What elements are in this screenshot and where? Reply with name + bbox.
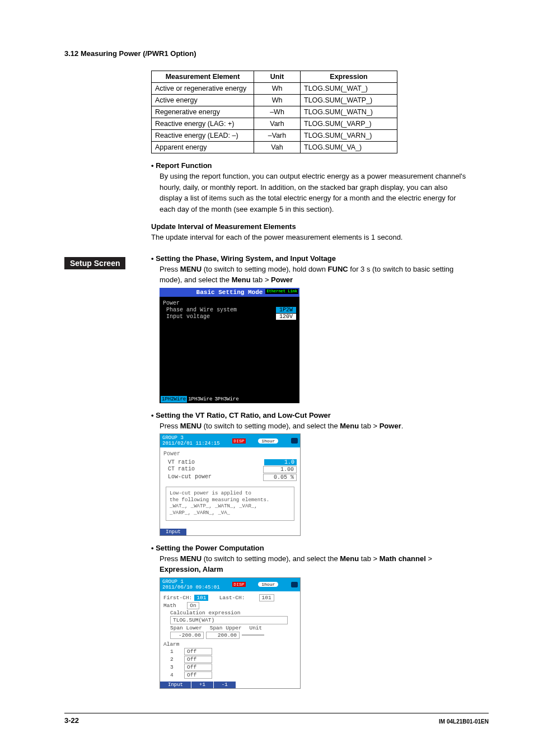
math-value[interactable]: On: [187, 602, 199, 609]
tab-1p3w[interactable]: 1PH3Wire: [187, 396, 213, 403]
txt: GROUP 3: [162, 435, 184, 441]
alarm2-value[interactable]: Off: [184, 656, 212, 663]
lastch-value[interactable]: 101: [259, 594, 274, 601]
txt: (to switch to setting mode), and select …: [202, 554, 340, 563]
cell-expr: TLOG.SUM(_WATN_): [301, 106, 397, 118]
txt: tab >: [359, 422, 380, 430]
txt: (to switch to setting mode), and select …: [202, 422, 340, 430]
spanupper-value[interactable]: 200.00: [206, 632, 240, 639]
spanlower-value[interactable]: -200.00: [170, 632, 204, 639]
table-row: Active or regenerative energyWhTLOG.SUM(…: [152, 83, 397, 95]
vt-label: VT ratio: [168, 459, 195, 465]
alarm3-value[interactable]: Off: [184, 664, 212, 671]
cell-unit: Wh: [254, 83, 301, 95]
ct-label: CT ratio: [168, 466, 195, 473]
spanlower-label: Span Lower: [170, 625, 202, 631]
cell-element: Reactive energy (LEAD: –): [152, 130, 254, 142]
alarm4-value[interactable]: Off: [184, 671, 212, 679]
txt: Power: [271, 276, 293, 284]
table-row: Regenerative energy–WhTLOG.SUM(_WATN_): [152, 106, 397, 118]
math-label: Math: [163, 603, 176, 609]
screenshot-basic-setting: Basic Setting ModeEthernet Link Power Ph…: [160, 288, 299, 403]
cell-element: Apparent energy: [152, 142, 254, 153]
txt: Menu: [232, 276, 251, 284]
txt: Expression, Alarm: [160, 565, 223, 573]
scr1-section: Power: [163, 300, 296, 306]
cell-element: Reactive energy (LAG: +): [152, 118, 254, 130]
measurement-table: Measurement Element Unit Expression Acti…: [151, 71, 397, 153]
disp-badge: DISP: [232, 438, 245, 444]
cell-expr: TLOG.SUM(_VARP_): [301, 118, 397, 130]
cell-expr: TLOG.SUM(_VA_): [301, 142, 397, 153]
scr1-phase-label: Phase and Wire system: [163, 307, 237, 313]
camera-icon[interactable]: [291, 438, 298, 444]
tab-minus1[interactable]: -1: [214, 682, 236, 688]
spanupper-label: Span Upper: [210, 625, 242, 631]
report-heading: Report Function: [151, 161, 470, 170]
tab-3p3w[interactable]: 3PH3Wire: [213, 396, 240, 403]
scr1-voltage-label: Input voltage: [163, 314, 210, 320]
txt: tab >: [359, 554, 380, 563]
tab-input[interactable]: Input: [160, 682, 191, 688]
sidebar-label: Setup Screen: [64, 257, 125, 269]
table-row: Apparent energyVahTLOG.SUM(_VA_): [152, 142, 397, 153]
cell-expr: TLOG.SUM(_WAT_): [301, 83, 397, 95]
txt: Math channel: [380, 554, 426, 563]
scr2-section: Power: [163, 451, 297, 457]
txt: Power: [380, 422, 401, 430]
unit-value[interactable]: [242, 634, 264, 636]
alarm4-num: 4: [170, 672, 174, 678]
tab-plus1[interactable]: +1: [191, 682, 214, 688]
alarm1-value[interactable]: Off: [184, 648, 212, 655]
txt: Basic Setting Mode: [196, 289, 263, 296]
scr1-title: Basic Setting ModeEthernet Link: [160, 288, 299, 297]
txt: tab >: [251, 276, 271, 284]
txt: MENU: [180, 422, 202, 430]
alarm1-num: 1: [170, 648, 174, 655]
txt: 2011/02/01 11:24:15: [162, 441, 220, 446]
cell-unit: –Wh: [254, 106, 301, 118]
cell-unit: Wh: [254, 95, 301, 106]
vt-value[interactable]: 1.0: [264, 459, 297, 465]
sect3-body: Press MENU (to switch to setting mode), …: [160, 553, 470, 575]
alarm2-num: 2: [170, 656, 174, 662]
txt: MENU: [180, 554, 202, 563]
scr1-voltage-value[interactable]: 120V: [276, 314, 296, 320]
tab-1p2w[interactable]: 1PH2Wire: [161, 396, 187, 403]
txt: .: [401, 422, 404, 430]
sect2-body: Press MENU (to switch to setting mode), …: [160, 421, 470, 432]
scr1-tabs[interactable]: 1PH2Wire1PH3Wire3PH3Wire: [160, 395, 299, 403]
table-row: Reactive energy (LEAD: –)–VarhTLOG.SUM(_…: [152, 130, 397, 142]
txt: MENU: [180, 265, 202, 273]
scr3-tabs[interactable]: Input+1-1: [160, 682, 300, 688]
doc-number: IM 04L21B01-01EN: [439, 718, 489, 725]
update-body: The update interval for each of the powe…: [151, 232, 470, 243]
table-row: Reactive energy (LAG: +)VarhTLOG.SUM(_VA…: [152, 118, 397, 130]
camera-icon[interactable]: [291, 582, 298, 587]
firstch-label: First-CH:: [163, 595, 192, 601]
cell-unit: Varh: [254, 118, 301, 130]
input-tab[interactable]: Input: [160, 529, 186, 535]
ct-value[interactable]: 1.00: [263, 466, 297, 473]
page-header: 3.12 Measuring Power (/PWR1 Option): [64, 49, 196, 58]
scr1-phase-value[interactable]: 1P2W: [276, 307, 296, 313]
footer-rule: [64, 713, 489, 713]
cell-unit: –Varh: [254, 130, 301, 142]
page-number: 3-22: [64, 716, 79, 725]
calc-value[interactable]: TLOG.SUM(WAT): [170, 616, 288, 624]
interval-pill: 1hour: [258, 582, 278, 587]
alarm-label: Alarm: [163, 641, 297, 647]
txt: >: [426, 554, 432, 563]
cell-expr: TLOG.SUM(_VARN_): [301, 130, 397, 142]
cell-expr: TLOG.SUM(_WATP_): [301, 95, 397, 106]
firstch-value[interactable]: 101: [194, 595, 208, 601]
th-expr: Expression: [301, 71, 397, 83]
ethernet-icon: Ethernet Link: [265, 289, 298, 294]
lowcut-value[interactable]: 0.05 %: [263, 474, 297, 481]
scr3-group: GROUP 12011/06/10 09:45:01: [162, 579, 220, 590]
txt: (to switch to setting mode), hold down: [202, 265, 327, 273]
sect2-heading: Setting the VT Ratio, CT Ratio, and Low-…: [151, 411, 470, 419]
interval-pill: 1hour: [258, 438, 278, 444]
calc-label: Calculation expression: [170, 610, 297, 616]
lowcut-label: Low-cut power: [168, 474, 212, 481]
